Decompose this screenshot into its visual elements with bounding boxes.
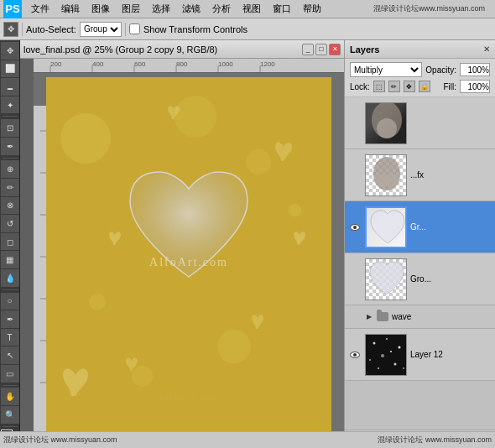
tool-type[interactable]: T [1, 329, 19, 346]
svg-point-14 [377, 118, 397, 138]
layer-visibility-1[interactable] [348, 117, 362, 130]
tool-blur[interactable]: 💧 [1, 269, 19, 287]
svg-point-27 [390, 351, 392, 352]
layers-panel-header: Layers ✕ [345, 40, 495, 59]
forum-bar-text: 混绿设计论坛 www.missyuan.com [3, 435, 117, 445]
tool-hand[interactable]: ✋ [1, 388, 19, 405]
layer-thumbnail-1 [365, 102, 407, 144]
lock-paint-icon[interactable]: ✏ [388, 81, 400, 92]
layer-item-2[interactable]: ...fx [345, 149, 495, 201]
layer-thumbnail-3 [365, 206, 407, 248]
layer-item-3[interactable]: Gr... [345, 201, 495, 253]
ruler-horizontal: 200 400 600 800 1000 1200 [34, 59, 344, 72]
left-toolbar: ✥ ⬜ 🗕 ✦ ⊡ ✒ ⊕ ✏ ⊗ ↺ ◻ ▦ 💧 ○ ✒ T ↖ ▭ ✋ 🔍 [0, 40, 20, 448]
tool-dodge[interactable]: ○ [1, 293, 19, 310]
layer-name-3: Gr... [410, 222, 492, 232]
lock-label: Lock: [350, 82, 370, 91]
minimize-button[interactable]: _ [302, 44, 314, 55]
layer-name-2: ...fx [410, 170, 492, 180]
fill-label: Fill: [443, 82, 456, 91]
layer-name-4: Gro... [410, 274, 492, 284]
canvas-title: love_final.psd @ 25% (Group 2 copy 9, RG… [23, 44, 217, 55]
options-bar: ✥ Auto-Select: Group Show Transform Cont… [0, 18, 495, 40]
layer-thumbnail-4 [365, 258, 407, 300]
svg-point-26 [381, 354, 384, 357]
svg-point-24 [378, 367, 379, 369]
lock-position-icon[interactable]: ✥ [404, 81, 415, 92]
tool-eyedropper[interactable]: ✒ [1, 138, 19, 155]
tool-path-select[interactable]: ↖ [1, 346, 19, 364]
move-tool-icon[interactable]: ✥ [3, 22, 18, 37]
fill-input[interactable] [460, 80, 490, 93]
eye-icon-3 [350, 224, 360, 231]
tool-brush[interactable]: ✏ [1, 179, 19, 196]
layer-visibility-wave[interactable] [348, 310, 362, 324]
tool-stamp[interactable]: ⊗ [1, 197, 19, 215]
layer-visibility-3[interactable] [348, 221, 362, 234]
tool-shape[interactable]: ▭ [1, 365, 19, 383]
menu-select[interactable]: 选择 [149, 3, 173, 15]
window-controls: _ □ ✕ [302, 44, 341, 55]
layer-group-wave[interactable]: ▶ wave [345, 305, 495, 329]
menu-layer[interactable]: 图层 [119, 3, 143, 15]
menu-window[interactable]: 窗口 [270, 3, 294, 15]
ps-logo: PS [3, 0, 22, 18]
opacity-input[interactable] [460, 63, 490, 76]
menu-image[interactable]: 图像 [89, 3, 112, 15]
canvas-area: love_final.psd @ 25% (Group 2 copy 9, RG… [20, 40, 344, 448]
wave-group-arrow[interactable]: ▶ [365, 313, 373, 321]
wave-folder-icon [377, 312, 388, 321]
tool-spot-heal[interactable]: ⊕ [1, 160, 19, 178]
tool-eraser[interactable]: ◻ [1, 233, 19, 251]
layer-visibility-12[interactable] [348, 348, 362, 362]
layers-panel: Layers ✕ Multiply Opacity: Lock: ⬚ ✏ ✥ 🔒… [344, 40, 495, 448]
layer-item-4[interactable]: Gro... [345, 253, 495, 305]
layer-visibility-2[interactable] [348, 169, 362, 182]
tool-move[interactable]: ✥ [1, 42, 19, 60]
layer-item-1[interactable] [345, 97, 495, 149]
menu-bar: PS 文件 编辑 图像 图层 选择 滤镜 分析 视图 窗口 帮助 混绿设计论坛w… [0, 0, 495, 18]
layer-name-12: Layer 12 [410, 350, 492, 359]
image-canvas: AlfoArt.com AlfoArt.com [34, 73, 344, 431]
maximize-button[interactable]: □ [315, 44, 327, 55]
tool-zoom[interactable]: 🔍 [1, 406, 19, 424]
tool-gradient[interactable]: ▦ [1, 251, 19, 268]
tool-lasso[interactable]: 🗕 [1, 78, 19, 96]
menu-file[interactable]: 文件 [29, 3, 52, 15]
menu-analyze[interactable]: 分析 [210, 3, 233, 15]
menu-help[interactable]: 帮助 [300, 3, 324, 15]
svg-point-20 [386, 338, 388, 340]
tool-history-brush[interactable]: ↺ [1, 215, 19, 232]
forum-bar: 混绿设计论坛 www.missyuan.com 混绿设计论坛 www.missy… [0, 431, 495, 448]
lock-transparency-icon[interactable]: ⬚ [373, 81, 385, 92]
tool-marquee[interactable]: ⬜ [1, 60, 19, 78]
layer-thumbnail-2 [365, 154, 407, 196]
svg-point-22 [369, 359, 371, 361]
blend-mode-dropdown[interactable]: Multiply [350, 62, 422, 77]
lock-all-icon[interactable]: 🔒 [419, 81, 430, 92]
forum-link-top: 混绿设计论坛www.missyuan.com [331, 3, 492, 14]
tool-magic-wand[interactable]: ✦ [1, 96, 19, 114]
svg-point-17 [383, 174, 399, 187]
watermark-bottom: AlfoArt.com [158, 393, 219, 402]
show-transform-checkbox[interactable] [129, 23, 140, 34]
eye-icon-12 [350, 352, 360, 358]
tool-pen[interactable]: ✒ [1, 310, 19, 328]
tool-crop[interactable]: ⊡ [1, 119, 19, 137]
svg-point-25 [403, 367, 404, 369]
menu-filter[interactable]: 滤镜 [180, 3, 203, 15]
svg-point-23 [394, 362, 397, 365]
auto-select-dropdown[interactable]: Group [80, 22, 122, 37]
svg-point-19 [373, 341, 376, 344]
main-heart [122, 168, 256, 295]
canvas-titlebar: love_final.psd @ 25% (Group 2 copy 9, RG… [20, 40, 344, 59]
layer-visibility-4[interactable] [348, 273, 362, 286]
watermark: AlfoArt.com [149, 256, 228, 269]
layers-panel-close[interactable]: ✕ [483, 44, 490, 54]
opacity-label: Opacity: [425, 65, 456, 75]
image-content: AlfoArt.com AlfoArt.com [46, 77, 331, 431]
close-button[interactable]: ✕ [329, 44, 341, 55]
layer-item-12[interactable]: Layer 12 [345, 329, 495, 381]
menu-edit[interactable]: 编辑 [59, 3, 82, 15]
menu-view[interactable]: 视图 [240, 3, 263, 15]
